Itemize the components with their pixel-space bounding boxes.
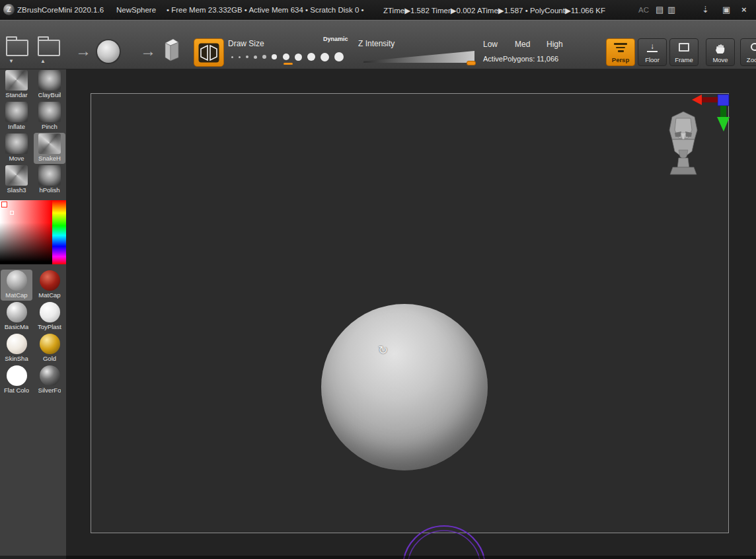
brush-thumbnail [5,70,28,91]
title-bar: Z ZBrushCoreMini 2020.1.6 NewSphere • Fr… [0,0,756,20]
paste-canvas-icon[interactable]: ▥ [667,4,675,15]
active-polygons-count: ActivePolygons: 11,066 [483,55,558,63]
draw-size-current-marker [284,63,293,65]
copy-canvas-icon[interactable]: ▤ [656,4,663,15]
symmetry-button[interactable] [194,38,224,67]
document-name: NewSphere [116,6,156,14]
move-hand-icon [715,43,726,54]
material-thumbnail [40,334,60,354]
axis-y-arrow [717,117,730,131]
material-thumbnail [7,365,27,386]
persp-icon [614,43,627,52]
material-thumbnail [7,270,27,291]
sphere-tool-icon[interactable] [97,40,120,63]
floor-icon: ↓ [647,43,658,52]
material-thumbnail [40,302,60,322]
load-sphere-arrow-icon: → [75,42,91,60]
window-bottom-edge [0,556,756,559]
save-project-folder-icon[interactable] [38,40,60,56]
brush-inflate[interactable]: Inflate [1,101,32,132]
performance-stats: ZTime▶1.582 Timer▶0.002 ATime▶1.587 • Po… [383,6,605,15]
brush-thumbnail [38,70,61,91]
color-hue-strip[interactable] [52,200,66,264]
restore-icon[interactable]: ▣ [722,4,730,15]
material-skinshade[interactable]: SkinSha [1,333,32,364]
brush-pinch[interactable]: Pinch [34,101,65,132]
resolution-high-button[interactable]: High [547,40,563,49]
brush-thumbnail [5,133,28,154]
brush-thumbnail [38,165,61,186]
axis-z-square [718,94,729,106]
cube-tool-icon[interactable] [163,37,180,63]
move-button[interactable]: Move [706,38,735,66]
draw-size-dot[interactable] [239,56,241,58]
brush-slash3[interactable]: Slash3 [1,165,32,196]
resolution-low-button[interactable]: Low [483,40,498,49]
floor-button[interactable]: ↓ Floor [638,38,667,66]
material-basic[interactable]: BasicMa [1,301,32,332]
material-thumbnail [40,270,60,291]
brush-thumbnail [38,102,61,122]
zoom-button[interactable]: Zoom [740,38,756,66]
stroke-arc [388,516,500,559]
draw-size-dot[interactable] [231,56,233,58]
frame-icon [679,43,689,52]
brush-thumbnail [38,133,61,154]
material-thumbnail [7,334,27,354]
z-intensity-slider[interactable] [363,51,474,63]
left-tray: Standar ClayBuil Inflate Pinch Move Snak… [0,69,66,559]
ac-label: AC [638,6,649,14]
material-toyplastic[interactable]: ToyPlast [34,301,65,332]
material-gold[interactable]: Gold [34,333,65,364]
open-dropdown-triangle-icon[interactable]: ▼ [9,58,14,64]
minimize-icon[interactable]: ⇣ [702,4,709,15]
brush-hpolish[interactable]: hPolish [34,165,65,196]
material-flatcolor[interactable]: Flat Colo [1,365,32,396]
material-matcap-red[interactable]: MatCap [34,270,65,301]
draw-size-dot[interactable] [283,54,289,60]
save-triangle-icon[interactable]: ▲ [40,58,46,64]
material-silverfoil[interactable]: SilverFo [34,365,65,396]
persp-button[interactable]: Persp [606,38,635,66]
zoom-icon [751,43,756,51]
draw-size-label: Draw Size [228,39,264,48]
sphere-model[interactable] [321,304,488,470]
brush-move[interactable]: Move [1,133,32,164]
draw-size-dot[interactable] [262,55,266,59]
brush-standard[interactable]: Standar [1,69,32,100]
frame-button[interactable]: Frame [669,38,699,66]
brush-claybuildup[interactable]: ClayBuil [34,69,65,100]
draw-size-dot[interactable] [334,52,344,61]
memory-stats: • Free Mem 23.332GB • Active Mem 634 • S… [167,6,364,14]
symmetry-icon [198,43,219,63]
draw-size-dot[interactable] [307,53,315,61]
draw-size-presets [231,52,344,62]
draw-size-dot[interactable] [295,54,302,61]
head-gizmo[interactable] [663,110,704,175]
color-picker-sub-cursor [10,211,14,215]
open-project-folder-icon[interactable] [6,40,28,56]
brush-thumbnail [5,102,28,122]
app-title: ZBrushCoreMini 2020.1.6 [17,6,104,14]
z-intensity-label: Z Intensity [358,39,395,48]
load-cube-arrow-icon: → [140,42,156,60]
draw-size-dot[interactable] [321,53,329,61]
sculpt-canvas[interactable]: ↻ [66,69,756,559]
brush-snakehook[interactable]: SnakeH [34,133,65,164]
resolution-med-button[interactable]: Med [515,40,530,49]
draw-size-dot[interactable] [272,54,277,59]
axis-y-tail [720,106,726,117]
z-intensity-handle[interactable] [467,61,476,65]
draw-size-dot[interactable] [254,56,257,59]
material-thumbnail [7,302,27,322]
brush-thumbnail [5,165,28,186]
top-toolbar: ▼ ▲ → → Draw Size Dynamic Z Intensity Lo… [0,20,756,69]
close-icon[interactable]: × [741,4,747,15]
color-saturation-square[interactable] [0,200,52,264]
axis-x-arrow [692,94,702,105]
zbrush-logo-icon: Z [3,4,15,15]
rotate-cursor-icon: ↻ [378,343,388,357]
material-matcap-gray[interactable]: MatCap [1,270,32,301]
draw-size-dot[interactable] [246,56,248,58]
color-picker-cursor[interactable] [1,202,7,207]
